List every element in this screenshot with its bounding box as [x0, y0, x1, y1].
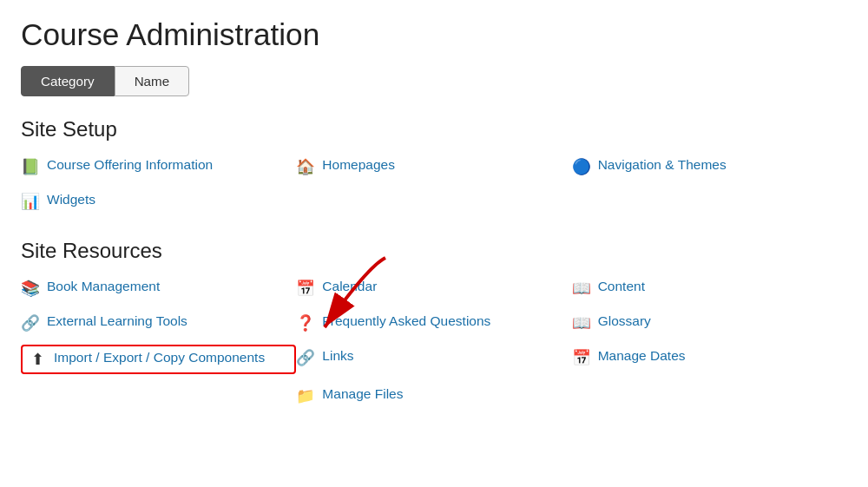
homepages-link[interactable]: Homepages: [322, 157, 395, 173]
book-management-icon: 📚: [21, 279, 40, 298]
site-setup-section: Site Setup 📗 Course Offering Information…: [21, 117, 847, 214]
list-item: 🔗 External Learning Tools: [21, 310, 296, 336]
list-item: 📖 Content: [572, 275, 847, 301]
import-export-item: ⬆ Import / Export / Copy Components: [21, 345, 296, 374]
content-link[interactable]: Content: [598, 279, 645, 294]
external-learning-tools-icon: 🔗: [21, 313, 40, 332]
course-offering-icon: 📗: [21, 157, 40, 176]
import-export-icon: ⬆: [28, 350, 47, 369]
import-export-link[interactable]: Import / Export / Copy Components: [54, 350, 265, 365]
glossary-link[interactable]: Glossary: [598, 313, 651, 329]
homepages-icon: 🏠: [296, 157, 315, 176]
list-item: 📊 Widgets: [21, 188, 296, 214]
category-toggle-btn[interactable]: Category: [21, 66, 115, 96]
list-item-empty: [572, 383, 847, 409]
manage-files-link[interactable]: Manage Files: [322, 386, 403, 402]
content-icon: 📖: [572, 279, 591, 298]
links-link[interactable]: Links: [322, 348, 353, 364]
list-item: ❓ Frequently Asked Questions: [296, 310, 571, 336]
widgets-icon: 📊: [21, 192, 40, 211]
course-offering-link[interactable]: Course Offering Information: [47, 157, 213, 173]
links-icon: 🔗: [296, 348, 315, 367]
manage-files-icon: 📁: [296, 386, 315, 405]
page-title: Course Administration: [21, 17, 847, 52]
faq-link[interactable]: Frequently Asked Questions: [322, 313, 490, 329]
external-learning-tools-link[interactable]: External Learning Tools: [47, 313, 187, 329]
list-item: 📅 Manage Dates: [572, 345, 847, 374]
list-item: 📚 Book Management: [21, 275, 296, 301]
list-item: 🔗 Links: [296, 345, 571, 374]
calendar-icon: 📅: [296, 279, 315, 298]
glossary-icon: 📖: [572, 313, 591, 332]
navigation-themes-link[interactable]: Navigation & Themes: [598, 157, 727, 173]
site-resources-heading: Site Resources: [21, 239, 847, 263]
site-setup-grid: 📗 Course Offering Information 🏠 Homepage…: [21, 154, 847, 214]
view-toggle: Category Name: [21, 66, 847, 96]
faq-icon: ❓: [296, 313, 315, 332]
site-setup-heading: Site Setup: [21, 117, 847, 141]
site-resources-section: Site Resources 📚 Book Management 📅 Calen…: [21, 239, 847, 409]
list-item: 🏠 Homepages: [296, 154, 571, 180]
widgets-link[interactable]: Widgets: [47, 192, 95, 207]
list-item: 📅 Calendar: [296, 275, 571, 301]
site-resources-grid: 📚 Book Management 📅 Calendar 📖 Content 🔗…: [21, 275, 847, 409]
calendar-link[interactable]: Calendar: [322, 279, 377, 294]
name-toggle-btn[interactable]: Name: [115, 66, 190, 96]
manage-dates-link[interactable]: Manage Dates: [598, 348, 686, 364]
manage-dates-icon: 📅: [572, 348, 591, 367]
list-item: 📁 Manage Files: [296, 383, 571, 409]
navigation-themes-icon: 🔵: [572, 157, 591, 176]
list-item-empty: [21, 383, 296, 409]
book-management-link[interactable]: Book Management: [47, 279, 160, 294]
list-item: 🔵 Navigation & Themes: [572, 154, 847, 180]
list-item: 📗 Course Offering Information: [21, 154, 296, 180]
list-item: 📖 Glossary: [572, 310, 847, 336]
